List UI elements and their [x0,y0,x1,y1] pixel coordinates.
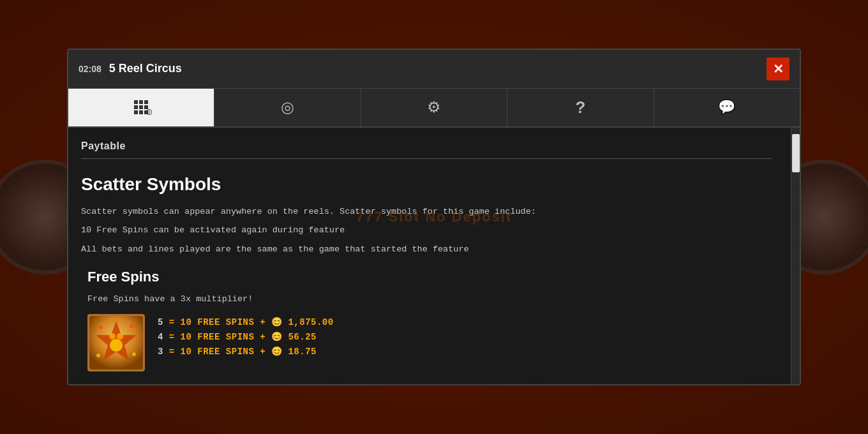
divider [81,158,772,159]
scatter-line3: All bets and lines played are the same a… [81,243,772,257]
grid-block [139,110,143,114]
tab-coins[interactable]: ◎ [214,89,361,126]
grid-block [144,100,148,104]
grid-block [139,105,143,109]
grid-block [134,105,138,109]
scroll-rail[interactable] [791,128,800,385]
paytable-label: Paytable [81,140,772,152]
tab-bar: ⓘ ◎ ⚙ ? 💬 [68,89,800,128]
modal-window: 02:08 5 Reel Circus ✕ ⓘ [67,49,801,386]
content-main: 777 Slot No Deposit Paytable Scatter Sym… [68,128,791,385]
gear-icon: ⚙ [427,98,441,116]
free-spins-multiplier: Free Spins have a 3x multiplier! [81,294,772,304]
equals-3: = 10 FREE SPINS + 😊 18.75 [169,347,317,357]
title-bar: 02:08 5 Reel Circus ✕ [68,50,800,89]
scatter-line2: 10 Free Spins can be activated again dur… [81,223,772,237]
coin-icon: ◎ [281,98,294,116]
count-4: 4 [158,332,163,342]
game-time: 02:08 [79,64,101,74]
grid-block [139,100,143,104]
free-spins-title: Free Spins [81,269,772,285]
paytable-badge: ⓘ [146,108,152,117]
tab-chat[interactable]: 💬 [654,89,800,126]
svg-point-7 [96,354,100,357]
svg-point-5 [99,326,103,329]
svg-point-3 [109,333,116,340]
spin-info-row: 5 = 10 FREE SPINS + 😊 1,875.00 4 = 10 FR… [81,314,772,371]
spin-rows-list: 5 = 10 FREE SPINS + 😊 1,875.00 4 = 10 FR… [158,314,334,357]
svg-point-6 [130,324,133,328]
tab-paytable[interactable]: ⓘ [68,89,214,126]
scroll-thumb[interactable] [792,134,800,172]
equals-5: = 10 FREE SPINS + 😊 1,875.00 [169,317,334,327]
spin-row-3: 3 = 10 FREE SPINS + 😊 18.75 [158,346,334,357]
chat-icon: 💬 [718,99,735,116]
tab-settings[interactable]: ⚙ [361,89,507,126]
content-area: 777 Slot No Deposit Paytable Scatter Sym… [68,128,800,385]
scatter-title: Scatter Symbols [81,174,772,195]
game-title: 5 Reel Circus [109,62,182,75]
count-5: 5 [158,317,163,327]
grid-block [134,110,138,114]
grid-block [134,100,138,104]
svg-point-4 [117,333,123,340]
svg-point-8 [132,352,136,356]
count-3: 3 [158,347,163,357]
paytable-icon: ⓘ [134,100,148,114]
close-button[interactable]: ✕ [767,57,789,80]
equals-4: = 10 FREE SPINS + 😊 56.25 [169,332,317,342]
title-bar-left: 02:08 5 Reel Circus [79,62,182,75]
question-icon: ? [575,98,585,117]
scatter-description: Scatter symbols can appear anywhere on t… [81,205,772,219]
spin-row-5: 5 = 10 FREE SPINS + 😊 1,875.00 [158,317,334,327]
scatter-symbol-image [87,314,145,371]
svg-point-2 [110,339,123,352]
tab-help[interactable]: ? [507,89,654,126]
spin-row-4: 4 = 10 FREE SPINS + 😊 56.25 [158,331,334,342]
